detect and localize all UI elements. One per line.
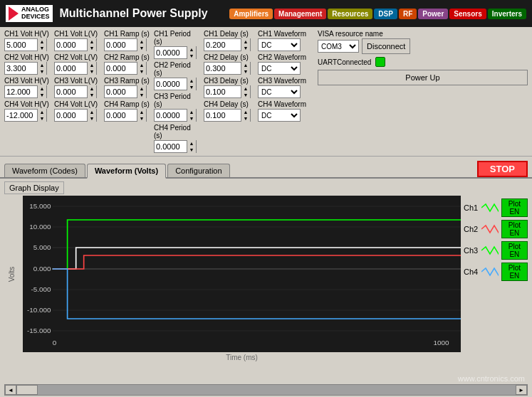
- legend-ch4-icon: [481, 267, 499, 277]
- main-container: ANALOGDEVICES Multichannel Power Supply …: [0, 0, 532, 397]
- scroll-left-button[interactable]: ◄: [5, 385, 16, 395]
- ch1-delay-up[interactable]: ▲: [241, 38, 250, 45]
- ch1-period-up[interactable]: ▲: [187, 46, 196, 53]
- ch2-period-down[interactable]: ▼: [187, 84, 196, 90]
- ch1-waveform-select[interactable]: DCSineSquare: [258, 38, 301, 51]
- ch3-delay-spinbox[interactable]: 0.100 ▲ ▼: [204, 85, 251, 98]
- ch2-volt-l-spinbox[interactable]: 0.000 ▲ ▼: [54, 62, 97, 75]
- nav-inverters[interactable]: Inverters: [488, 9, 526, 19]
- scroll-right-button[interactable]: ►: [516, 385, 527, 395]
- ch1-delay-down[interactable]: ▼: [241, 45, 250, 51]
- ch4-volt-l-up[interactable]: ▲: [88, 109, 96, 115]
- ch1-period-spinbox[interactable]: 0.0000 ▲ ▼: [154, 46, 197, 59]
- ch3-volt-h-spinbox[interactable]: 12.000 ▲ ▼: [4, 85, 47, 98]
- ch4-volt-h-down[interactable]: ▼: [38, 115, 46, 122]
- ch4-volt-l-spinbox[interactable]: 0.000 ▲ ▼: [54, 109, 97, 122]
- nav-sensors[interactable]: Sensors: [449, 9, 486, 19]
- ch4-ramp-up[interactable]: ▲: [137, 109, 146, 115]
- ch1-volt-l-group: CH1 Volt L(V) 0.000 ▲ ▼ CH2 Volt L(V) 0.…: [54, 30, 100, 153]
- nav-management[interactable]: Management: [274, 9, 326, 19]
- ch1-volt-l-up[interactable]: ▲: [88, 38, 96, 45]
- ch2-period-up[interactable]: ▲: [187, 78, 196, 84]
- ch4-volt-h-label: CH4 Volt H(V): [4, 100, 50, 108]
- ch3-delay-down[interactable]: ▼: [241, 92, 250, 98]
- ch3-volt-l-spinbox[interactable]: 0.000 ▲ ▼: [54, 85, 97, 98]
- ch2-period-spinbox[interactable]: 0.0000 ▲ ▼: [154, 78, 197, 90]
- nav-rf[interactable]: RF: [399, 9, 417, 19]
- ch2-waveform-select[interactable]: DCSineSquare: [258, 62, 301, 75]
- ch4-delay-spinbox[interactable]: 0.100 ▲ ▼: [204, 109, 251, 122]
- ch4-volt-h-spinbox[interactable]: -12.000 ▲ ▼: [4, 109, 47, 122]
- ch2-volt-l-up[interactable]: ▲: [88, 62, 96, 68]
- ch4-delay-down[interactable]: ▼: [241, 115, 250, 122]
- ch3-ramp-up[interactable]: ▲: [137, 85, 146, 92]
- tab-configuration[interactable]: Configuration: [167, 164, 229, 177]
- power-up-button[interactable]: Power Up: [318, 70, 528, 85]
- ch4-ramp-spinbox[interactable]: 0.000 ▲ ▼: [104, 109, 147, 122]
- ch1-volt-h-label: CH1 Volt H(V): [4, 30, 50, 38]
- ch1-ramp-spinbox[interactable]: 0.000 ▲ ▼: [104, 38, 147, 51]
- ch3-ramp-down[interactable]: ▼: [137, 92, 146, 98]
- ch2-ramp-up[interactable]: ▲: [137, 62, 146, 68]
- ch3-waveform-select[interactable]: DCSineSquare: [258, 85, 301, 98]
- ch4-ramp-down[interactable]: ▼: [137, 115, 146, 122]
- nav-resources[interactable]: Resources: [328, 9, 372, 19]
- chart-container: 15.000 10.000 5.000 0.000 -5.000 -10.000…: [23, 196, 461, 352]
- ch3-delay-up[interactable]: ▲: [241, 85, 250, 92]
- ch1-period-value: 0.0000: [155, 48, 187, 57]
- ch3-ramp-spinbox[interactable]: 0.000 ▲ ▼: [104, 85, 147, 98]
- plot-en-ch2-button[interactable]: Plot EN: [501, 220, 528, 238]
- ch2-delay-down[interactable]: ▼: [241, 68, 250, 75]
- nav-power[interactable]: Power: [418, 9, 448, 19]
- scroll-thumb[interactable]: [16, 385, 38, 395]
- ch1-period-down[interactable]: ▼: [187, 53, 196, 59]
- ch2-volt-h-down[interactable]: ▼: [38, 68, 46, 75]
- ch2-volt-h-spinbox[interactable]: 3.300 ▲ ▼: [4, 62, 47, 75]
- ch2-volt-l-label: CH2 Volt L(V): [54, 53, 100, 61]
- ch2-ramp-value: 0.000: [105, 64, 137, 73]
- ch4-volt-l-down[interactable]: ▼: [88, 115, 96, 122]
- disconnect-button[interactable]: Disconnect: [362, 38, 410, 54]
- stop-button[interactable]: STOP: [477, 161, 528, 177]
- ch3-volt-l-down[interactable]: ▼: [88, 92, 96, 98]
- plot-en-ch1-button[interactable]: Plot EN: [501, 198, 528, 217]
- ch3-period-up[interactable]: ▲: [187, 109, 196, 115]
- ch2-volt-h-up[interactable]: ▲: [38, 62, 46, 68]
- tab-waveform-codes[interactable]: Waveform (Codes): [4, 164, 85, 177]
- ch2-delay-spinbox[interactable]: 0.300 ▲ ▼: [204, 62, 251, 75]
- ch3-volt-l-up[interactable]: ▲: [88, 85, 96, 92]
- scroll-track[interactable]: [16, 385, 516, 395]
- ch1-delay-spinbox[interactable]: 0.200 ▲ ▼: [204, 38, 251, 51]
- ch1-volt-l-spinbox[interactable]: 0.000 ▲ ▼: [54, 38, 97, 51]
- ch3-volt-h-up[interactable]: ▲: [38, 85, 46, 92]
- ch2-ramp-spinbox[interactable]: 0.000 ▲ ▼: [104, 62, 147, 75]
- ch4-waveform-select[interactable]: DCSineSquare: [258, 109, 301, 122]
- tab-waveform-volts[interactable]: Waveform (Volts): [87, 164, 166, 179]
- com-port-select[interactable]: COM3: [318, 40, 359, 53]
- plot-en-ch3-button[interactable]: Plot EN: [501, 241, 528, 260]
- plot-svg: 15.000 10.000 5.000 0.000 -5.000 -10.000…: [23, 196, 461, 352]
- plot-en-ch4-button[interactable]: Plot EN: [501, 263, 528, 281]
- ch1-volt-h-up[interactable]: ▲: [38, 38, 46, 45]
- nav-amplifiers[interactable]: Amplifiers: [229, 9, 273, 19]
- ch1-ramp-down[interactable]: ▼: [137, 45, 146, 51]
- ch1-ramp-up[interactable]: ▲: [137, 38, 146, 45]
- ch2-ramp-down[interactable]: ▼: [137, 68, 146, 75]
- ch2-delay-value: 0.300: [204, 64, 241, 73]
- ch1-volt-h-spinbox[interactable]: 5.000 ▲ ▼: [4, 38, 47, 51]
- ch1-volt-h-down[interactable]: ▼: [38, 45, 46, 51]
- ch2-ramp-label: CH2 Ramp (s): [104, 53, 150, 61]
- ch2-period-label: CH2 Period (s): [154, 61, 199, 77]
- ch3-volt-h-down[interactable]: ▼: [38, 92, 46, 98]
- ch4-period-spinbox[interactable]: 0.0000 ▲ ▼: [154, 140, 197, 153]
- ch1-volt-l-down[interactable]: ▼: [88, 45, 96, 51]
- ch4-period-up[interactable]: ▲: [187, 140, 196, 147]
- ch4-volt-h-up[interactable]: ▲: [38, 109, 46, 115]
- ch3-period-down[interactable]: ▼: [187, 115, 196, 122]
- ch2-volt-l-down[interactable]: ▼: [88, 68, 96, 75]
- nav-dsp[interactable]: DSP: [374, 9, 397, 19]
- ch3-period-spinbox[interactable]: 0.0000 ▲ ▼: [154, 109, 197, 122]
- ch2-delay-up[interactable]: ▲: [241, 62, 250, 68]
- ch4-delay-up[interactable]: ▲: [241, 109, 250, 115]
- ch4-period-down[interactable]: ▼: [187, 147, 196, 153]
